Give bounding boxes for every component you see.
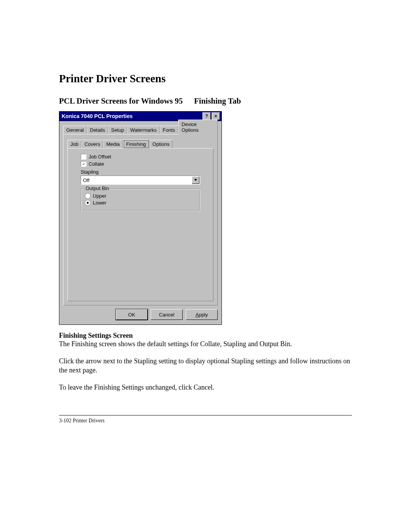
ok-button[interactable]: OK <box>116 309 148 320</box>
paragraph-1: The Finishing screen shows the default s… <box>59 340 352 348</box>
tab-setup[interactable]: Setup <box>108 126 127 134</box>
collate-row[interactable]: ✓ Collate <box>81 161 209 167</box>
output-bin-group: Output Bin Upper Lower <box>81 189 200 211</box>
output-bin-legend: Output Bin <box>84 185 110 191</box>
tab-media[interactable]: Media <box>103 140 123 148</box>
checkmark-icon: ✓ <box>82 162 85 166</box>
output-lower-label: Lower <box>93 200 106 206</box>
paragraph-2: Click the arrow next to the Stapling set… <box>59 357 352 375</box>
tab-covers[interactable]: Covers <box>81 140 103 148</box>
stapling-label: Stapling <box>81 169 209 175</box>
chevron-down-icon <box>194 179 197 181</box>
output-lower-radio[interactable] <box>85 200 91 206</box>
apply-button[interactable]: Apply <box>186 309 218 320</box>
dialog-body: General Details Setup Watermarks Fonts D… <box>59 121 222 325</box>
collate-checkbox[interactable]: ✓ <box>81 161 86 167</box>
tab-options[interactable]: Options <box>150 140 173 148</box>
paragraph-3: To leave the Finishing Settings unchange… <box>59 383 352 392</box>
tab-watermarks[interactable]: Watermarks <box>127 126 160 134</box>
tab-device-options[interactable]: Device Options <box>178 120 218 134</box>
job-offset-row[interactable]: Job Offset <box>81 154 209 160</box>
dropdown-button[interactable] <box>192 176 199 184</box>
tabpane-outer: Job Covers Media Finishing Options Job O… <box>63 134 218 305</box>
properties-dialog: Konica 7040 PCL Properties ? × General D… <box>59 111 222 325</box>
collate-label: Collate <box>89 161 104 167</box>
radio-dot-icon <box>87 202 89 204</box>
help-button[interactable]: ? <box>202 112 211 120</box>
tab-general[interactable]: General <box>63 126 87 134</box>
tabstrip-inner: Job Covers Media Finishing Options <box>67 139 213 148</box>
section-heading: Finishing Settings Screen <box>59 332 352 340</box>
output-lower-row[interactable]: Lower <box>85 200 196 206</box>
cancel-button[interactable]: Cancel <box>151 309 183 320</box>
svg-marker-0 <box>194 179 197 181</box>
stapling-value: Off <box>81 177 191 183</box>
output-upper-radio[interactable] <box>85 193 91 199</box>
page-title: Printer Driver Screens <box>59 72 352 85</box>
tabstrip-outer: General Details Setup Watermarks Fonts D… <box>63 125 218 134</box>
close-button[interactable]: × <box>212 112 220 120</box>
button-row: OK Cancel Apply <box>63 309 218 320</box>
output-upper-label: Upper <box>93 193 106 199</box>
subtitle-right: Finishing Tab <box>194 96 241 106</box>
job-offset-checkbox[interactable] <box>81 154 86 160</box>
titlebar-caption: Konica 7040 PCL Properties <box>62 113 202 119</box>
tab-job[interactable]: Job <box>67 140 81 148</box>
output-upper-row[interactable]: Upper <box>85 193 196 199</box>
tab-fonts[interactable]: Fonts <box>160 126 178 134</box>
tabpane-inner: Job Offset ✓ Collate Stapling Off <box>67 148 213 301</box>
subtitle-row: PCL Driver Screens for Windows 95 Finish… <box>59 96 352 106</box>
job-offset-label: Job Offset <box>89 154 111 160</box>
subtitle-left: PCL Driver Screens for Windows 95 <box>59 96 194 106</box>
footer: 3-102 Printer Drivers <box>59 415 352 424</box>
tab-finishing[interactable]: Finishing <box>123 139 150 149</box>
apply-rest: pply <box>199 312 208 318</box>
stapling-dropdown[interactable]: Off <box>81 176 200 185</box>
tab-details[interactable]: Details <box>87 126 108 134</box>
